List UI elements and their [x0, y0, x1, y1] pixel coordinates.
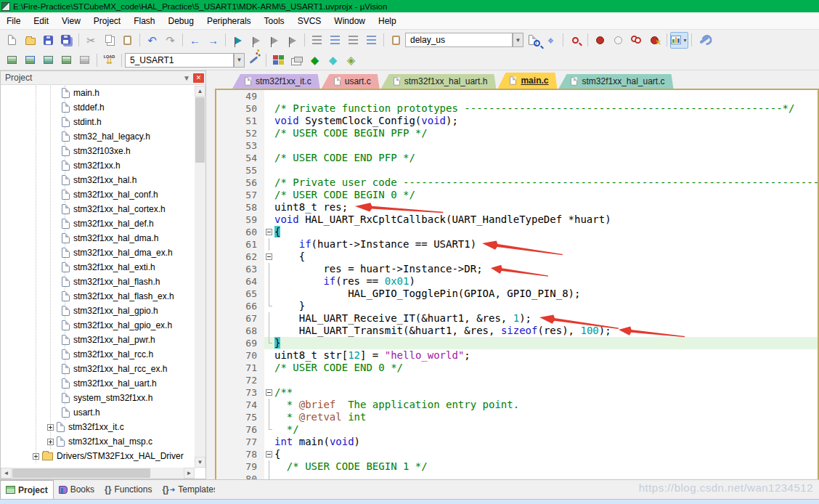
code-line-74[interactable]: 74 * @brief The application entry point.	[216, 399, 818, 411]
code-line-76[interactable]: 76 */	[216, 423, 818, 436]
undo-button[interactable]: ↶	[143, 32, 161, 49]
menu-item-file[interactable]: File	[0, 13, 27, 29]
redo-button[interactable]: ↷	[161, 32, 179, 49]
fold-margin[interactable]	[264, 226, 274, 238]
code-line-57[interactable]: 57/* USER CODE BEGIN 0 */	[216, 189, 818, 201]
insert-breakpoint-button[interactable]	[591, 32, 609, 49]
panel-splitter[interactable]	[206, 70, 215, 479]
batch-build-button[interactable]	[57, 52, 76, 68]
view-tab-templates[interactable]: {}➜Templates	[157, 480, 223, 499]
toggle-bookmark-button[interactable]	[229, 32, 247, 49]
translate-button[interactable]	[3, 52, 21, 68]
next-bookmark-button[interactable]	[265, 32, 283, 49]
code-line-73[interactable]: 73/**	[216, 386, 818, 399]
fold-margin[interactable]	[264, 386, 274, 399]
tree-item-stdint-h[interactable]: stdint.h	[1, 115, 195, 129]
target-select[interactable]: 5_USART1	[125, 53, 234, 68]
project-tree-horizontal-scrollbar[interactable]: ◄ ►	[1, 468, 195, 479]
menu-item-debug[interactable]: Debug	[162, 13, 200, 29]
build-button[interactable]	[21, 52, 39, 68]
view-tab-functions[interactable]: {}Functions	[99, 480, 157, 499]
project-tree-vertical-scrollbar[interactable]: ▲ ▼	[195, 86, 205, 468]
tree-item-stm32f103xe-h[interactable]: stm32f103xe.h	[1, 144, 195, 158]
tree-item-stm32f1xx-hal-dma-h[interactable]: stm32f1xx_hal_dma.h	[1, 231, 195, 245]
download-button[interactable]: LOAD⇊	[100, 52, 118, 68]
kill-all-breakpoints-button[interactable]	[645, 32, 664, 49]
code-line-71[interactable]: 71/* USER CODE END 0 */	[216, 362, 818, 374]
tree-item-stddef-h[interactable]: stddef.h	[1, 100, 195, 115]
tree-item-stm32f1xx-hal-def-h[interactable]: stm32f1xx_hal_def.h	[1, 216, 195, 231]
select-software-packs-button[interactable]: ◆	[306, 52, 324, 68]
unindent-button[interactable]	[308, 32, 326, 49]
pack-installer-button[interactable]: ◆	[324, 52, 342, 68]
code-line-60[interactable]: 60{	[216, 226, 818, 238]
scroll-left-icon[interactable]: ◄	[1, 468, 12, 479]
pin-icon[interactable]: ▼	[182, 73, 192, 83]
disable-all-breakpoints-button[interactable]	[627, 32, 645, 49]
find-button[interactable]: ⌖	[542, 32, 560, 49]
code-editor[interactable]: 4950/* Private function prototypes -----…	[216, 90, 818, 482]
view-tab-project[interactable]: Project	[0, 480, 54, 499]
code-line-59[interactable]: 59void HAL_UART_RxCpltCallback(UART_Hand…	[216, 214, 818, 226]
tree-item-usart-h[interactable]: usart.h	[1, 405, 195, 420]
document-tab-stm32f1xx-hal-uart-h[interactable]: stm32f1xx_hal_uart.h	[381, 74, 497, 89]
menu-item-svcs[interactable]: SVCS	[291, 13, 328, 29]
uncomment-selection-button[interactable]	[362, 32, 380, 49]
code-line-50[interactable]: 50/* Private function prototypes -------…	[216, 102, 818, 115]
scroll-down-icon[interactable]: ▼	[195, 457, 205, 468]
menu-item-help[interactable]: Help	[372, 13, 403, 29]
fold-margin[interactable]	[264, 448, 274, 460]
code-line-56[interactable]: 56/* Private user code -----------------…	[216, 176, 818, 189]
menu-item-peripherals[interactable]: Peripherals	[200, 13, 258, 29]
expand-plus-icon[interactable]	[47, 424, 54, 431]
view-tab-books[interactable]: Books	[54, 480, 99, 499]
tree-item-stm32f1xx-hal-gpio-ex-h[interactable]: stm32f1xx_hal_gpio_ex.h	[1, 318, 195, 333]
tree-item-stm32f1xx-h[interactable]: stm32f1xx.h	[1, 158, 195, 173]
expand-plus-icon[interactable]	[33, 453, 39, 460]
copy-button[interactable]	[100, 32, 118, 49]
find-combobox-value[interactable]: delay_us	[406, 35, 512, 45]
code-line-58[interactable]: 58uint8_t res;	[216, 201, 818, 214]
tree-item-stm32f1xx-hal-gpio-h[interactable]: stm32f1xx_hal_gpio.h	[1, 304, 195, 318]
tree-item-stm32f1xx-hal-h[interactable]: stm32f1xx_hal.h	[1, 173, 195, 187]
code-line-78[interactable]: 78{	[216, 448, 818, 460]
code-line-51[interactable]: 51void SystemClock_Config(void);	[216, 115, 818, 127]
tree-item-main-h[interactable]: main.h	[1, 86, 195, 100]
tree-item-stm32f1xx-hal-conf-h[interactable]: stm32f1xx_hal_conf.h	[1, 187, 195, 202]
stop-build-button[interactable]	[76, 52, 94, 68]
code-line-63[interactable]: 63 res = huart->Instance->DR;	[216, 263, 818, 275]
tree-item-stm32f1xx-hal-cortex-h[interactable]: stm32f1xx_hal_cortex.h	[1, 202, 195, 216]
code-line-67[interactable]: 67 HAL_UART_Receive_IT(&huart1, &res, 1)…	[216, 312, 818, 325]
configure-button[interactable]	[387, 32, 405, 49]
tree-item-stm32-hal-legacy-h[interactable]: stm32_hal_legacy.h	[1, 129, 195, 144]
open-file-button[interactable]	[21, 32, 39, 49]
prev-bookmark-button[interactable]	[247, 32, 265, 49]
save-button[interactable]	[39, 32, 57, 49]
enable-disable-breakpoint-button[interactable]	[609, 32, 627, 49]
tree-item-stm32f1xx-hal-msp-c[interactable]: stm32f1xx_hal_msp.c	[1, 434, 195, 449]
code-line-52[interactable]: 52/* USER CODE BEGIN PFP */	[216, 127, 818, 139]
code-line-68[interactable]: 68 HAL_UART_Transmit(&huart1, &res, size…	[216, 325, 818, 337]
menu-item-view[interactable]: View	[55, 13, 87, 29]
menu-item-tools[interactable]: Tools	[258, 13, 291, 29]
find-combobox-dropdown[interactable]: ▼	[513, 33, 523, 47]
tree-item-stm32f1xx-hal-flash-ex-h[interactable]: stm32f1xx_hal_flash_ex.h	[1, 289, 195, 304]
tree-item-stm32f1xx-hal-dma-ex-h[interactable]: stm32f1xx_hal_dma_ex.h	[1, 245, 195, 260]
menu-item-flash[interactable]: Flash	[127, 13, 161, 29]
analysis-windows-button[interactable]: ▼	[670, 32, 688, 49]
tree-item-system-stm32f1xx-h[interactable]: system_stm32f1xx.h	[1, 391, 195, 405]
new-file-button[interactable]	[3, 32, 21, 49]
scrollbar-thumb[interactable]	[12, 468, 150, 478]
tree-item-stm32f1xx-hal-exti-h[interactable]: stm32f1xx_hal_exti.h	[1, 260, 195, 275]
paste-button[interactable]	[118, 32, 136, 49]
target-select-value[interactable]: 5_USART1	[126, 55, 233, 65]
fold-collapse-icon[interactable]	[266, 389, 272, 396]
fold-margin[interactable]	[264, 251, 274, 263]
target-select-dropdown[interactable]: ▼	[234, 53, 245, 68]
code-line-64[interactable]: 64 if(res == 0x01)	[216, 275, 818, 288]
code-line-49[interactable]: 49	[216, 90, 818, 102]
code-line-54[interactable]: 54/* USER CODE END PFP */	[216, 152, 818, 164]
navigate-back-button[interactable]: ←	[186, 32, 204, 49]
tree-item-stm32f1xx-it-c[interactable]: stm32f1xx_it.c	[1, 420, 195, 434]
menu-item-project[interactable]: Project	[87, 13, 127, 29]
